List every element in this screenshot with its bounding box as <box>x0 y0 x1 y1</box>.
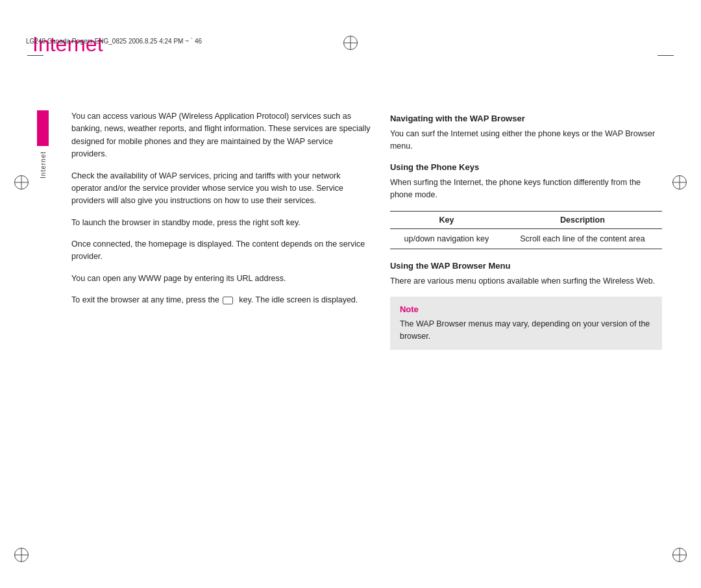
crosshair-left-top <box>14 175 29 190</box>
left-para-1: You can access various WAP (Wireless App… <box>71 110 371 161</box>
corner-line-rt <box>658 55 674 56</box>
left-para-6: To exit the browser at any time, press t… <box>71 294 371 306</box>
section-heading-wap-menu: Using the WAP Browser Menu <box>390 261 662 271</box>
left-para-2: Check the availability of WAP services, … <box>71 170 371 208</box>
section-heading-phone-keys: Using the Phone Keys <box>390 162 662 172</box>
crosshair-top <box>343 36 358 50</box>
sidebar-label: Internet <box>36 110 50 178</box>
left-para-5: You can open any WWW page by entering it… <box>71 273 371 285</box>
right-para-phone-keys: When surfing the Internet, the phone key… <box>390 177 662 202</box>
key-symbol <box>223 297 233 304</box>
table-cell-description: Scroll each line of the content area <box>503 228 662 249</box>
table-col-key: Key <box>390 211 503 228</box>
left-para-4: Once connected, the homepage is displaye… <box>71 238 371 263</box>
crosshair-circle-left-top <box>14 175 29 190</box>
right-para-wap-menu: There are various menu options available… <box>390 275 662 288</box>
table-cell-key: up/down navigation key <box>390 228 503 249</box>
crosshair-circle-top <box>343 36 358 50</box>
crosshair-right-bottom <box>672 548 687 562</box>
note-box: Note The WAP Browser menus may vary, dep… <box>390 297 662 350</box>
crosshair-circle-right-bottom <box>672 548 687 562</box>
corner-line-lt <box>27 55 43 56</box>
navigation-table: Key Description up/down navigation key S… <box>390 211 662 249</box>
crosshair-left-bottom <box>14 548 29 562</box>
right-para-navigating: You can surf the Internet using either t… <box>390 128 662 153</box>
table-col-description: Description <box>503 211 662 228</box>
crosshair-circle-left-bottom <box>14 548 29 562</box>
page-container: LG240 Canada Rogers ENG_0825 2006.8.25 4… <box>0 32 701 588</box>
left-para-3: To launch the browser in standby mode, p… <box>71 217 371 229</box>
section-heading-navigating: Navigating with the WAP Browser <box>390 114 662 123</box>
table-row: up/down navigation key Scroll each line … <box>390 228 662 249</box>
crosshair-right-top <box>672 175 687 190</box>
header-text: LG240 Canada Rogers ENG_0825 2006.8.25 4… <box>26 38 202 45</box>
note-text: The WAP Browser menus may vary, dependin… <box>400 318 652 343</box>
note-title: Note <box>400 304 652 314</box>
sidebar-text: Internet <box>40 151 47 178</box>
crosshair-circle-right-top <box>672 175 687 190</box>
right-column: Navigating with the WAP Browser You can … <box>390 110 665 582</box>
sidebar-block <box>37 110 49 146</box>
left-column: Internet You can access various WAP (Wir… <box>36 110 371 582</box>
